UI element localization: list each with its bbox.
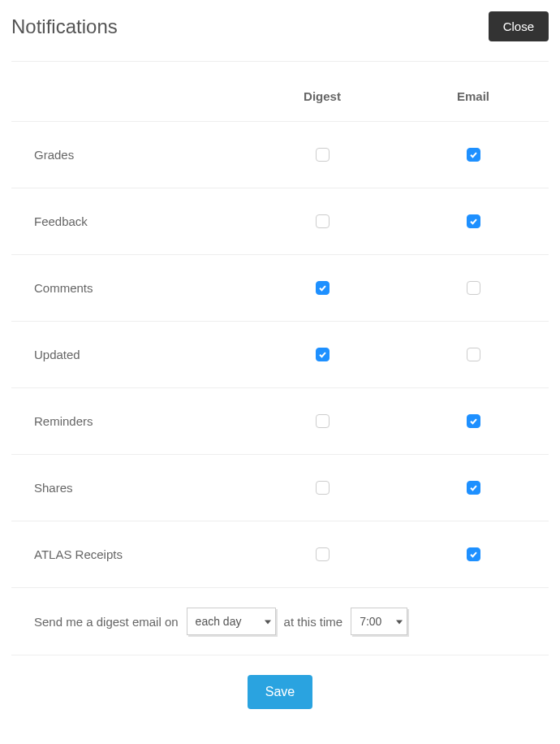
digest-time-select[interactable]: 7:00	[351, 608, 407, 635]
row-label: ATLAS Receipts	[11, 547, 247, 561]
digest-schedule-row: Send me a digest email on each day at th…	[11, 588, 549, 655]
table-row: ATLAS Receipts	[11, 521, 549, 588]
page-title: Notifications	[11, 15, 118, 38]
digest-checkbox[interactable]	[316, 214, 330, 228]
column-header-digest: Digest	[247, 89, 398, 103]
digest-checkbox[interactable]	[316, 481, 330, 495]
table-row: Reminders	[11, 388, 549, 455]
email-checkbox[interactable]	[467, 214, 480, 228]
digest-checkbox[interactable]	[316, 348, 330, 361]
table-row: Feedback	[11, 188, 549, 255]
digest-middle-label: at this time	[284, 615, 343, 629]
row-label: Feedback	[11, 214, 247, 228]
header: Notifications Close	[11, 11, 549, 62]
email-checkbox[interactable]	[467, 281, 480, 295]
table-row: Updated	[11, 322, 549, 388]
column-header-email: Email	[398, 89, 549, 103]
row-label: Reminders	[11, 414, 247, 428]
email-checkbox[interactable]	[467, 414, 480, 428]
digest-frequency-select[interactable]: each day	[187, 608, 276, 635]
table-row: Comments	[11, 255, 549, 322]
save-row: Save	[11, 655, 549, 709]
row-label: Shares	[11, 481, 247, 495]
email-checkbox[interactable]	[467, 348, 480, 361]
save-button[interactable]: Save	[248, 675, 312, 709]
email-checkbox[interactable]	[467, 148, 480, 162]
digest-checkbox[interactable]	[316, 414, 330, 428]
table-row: Shares	[11, 455, 549, 521]
digest-checkbox[interactable]	[316, 281, 330, 295]
digest-prefix-label: Send me a digest email on	[34, 615, 179, 629]
email-checkbox[interactable]	[467, 547, 480, 561]
table-row: Grades	[11, 122, 549, 188]
close-button[interactable]: Close	[489, 11, 549, 41]
email-checkbox[interactable]	[467, 481, 480, 495]
column-headers: Digest Email	[11, 62, 549, 122]
row-label: Grades	[11, 148, 247, 162]
digest-checkbox[interactable]	[316, 148, 330, 162]
row-label: Comments	[11, 281, 247, 295]
digest-checkbox[interactable]	[316, 547, 330, 561]
row-label: Updated	[11, 348, 247, 361]
